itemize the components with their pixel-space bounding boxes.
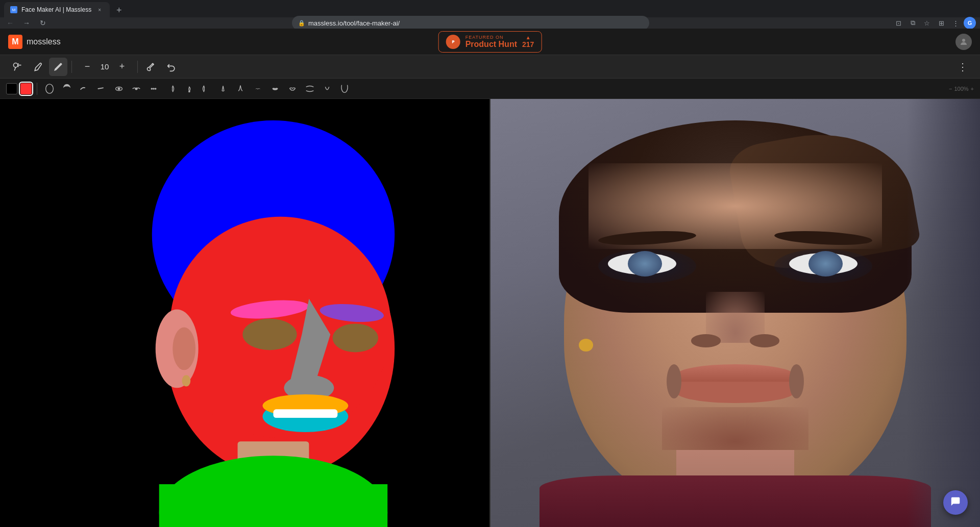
browser-toolbar-icons: ⊡ ⧉ ☆ ⊞ ⋮ G — [892, 17, 976, 29]
svg-point-12 — [188, 90, 190, 92]
extension-icon[interactable]: ⧉ — [906, 17, 919, 29]
pen-tool[interactable] — [29, 58, 47, 76]
eyebrow-arch-part[interactable] — [77, 82, 91, 96]
drawing-toolbar: − 10 + ⋮ — [0, 55, 980, 79]
mossless-logo[interactable]: M mossless — [8, 35, 61, 49]
upvote-arrow: ▲ — [526, 35, 531, 40]
product-hunt-name: Product Hunt — [465, 40, 517, 49]
url-text: massless.io/tool/face-maker-ai/ — [308, 19, 643, 27]
eyebrow-line-part[interactable] — [94, 82, 109, 96]
tab-bar: M Face Maker AI | Massless × + — [0, 0, 980, 17]
hair-top-part[interactable] — [60, 82, 74, 96]
increase-brush-size-button[interactable]: + — [115, 60, 129, 74]
profile-icon[interactable]: ⋮ — [949, 17, 962, 29]
face-horizontal-part[interactable] — [303, 82, 317, 96]
brush-size-value: 10 — [99, 62, 111, 71]
svg-point-9 — [151, 88, 153, 90]
undo-button[interactable] — [162, 58, 181, 76]
main-content — [0, 99, 980, 527]
forward-button[interactable]: → — [20, 17, 33, 29]
back-button[interactable]: ← — [4, 17, 16, 29]
bookmark-icon[interactable]: ☆ — [921, 17, 933, 29]
chat-button[interactable] — [943, 490, 968, 515]
svg-point-10 — [153, 88, 155, 90]
browser-toolbar: ← → ↻ 🔒 massless.io/tool/face-maker-ai/ … — [0, 17, 980, 29]
product-hunt-text: FEATURED ON Product Hunt — [465, 35, 517, 49]
tab-favicon: M — [10, 6, 17, 13]
svg-point-2 — [14, 63, 18, 67]
zoom-minus[interactable]: − — [949, 86, 952, 92]
brush-size-control: − 10 + — [76, 60, 133, 74]
svg-line-3 — [55, 63, 61, 70]
airbrush-tool[interactable] — [8, 58, 27, 76]
zoom-plus[interactable]: + — [971, 86, 974, 92]
ai-generated-face — [491, 99, 980, 527]
nose-side-part[interactable] — [233, 82, 248, 96]
generated-face-canvas — [491, 99, 980, 527]
user-profile-button[interactable]: G — [964, 17, 976, 29]
app-header: M mossless FEATURED ON Product Hunt ▲ 21… — [0, 29, 980, 55]
face-outline-part[interactable] — [42, 82, 57, 96]
active-tab[interactable]: M Face Maker AI | Massless × — [4, 2, 110, 17]
svg-rect-19 — [159, 484, 387, 527]
product-hunt-icon — [446, 35, 460, 49]
zoom-level: 100% — [954, 86, 968, 92]
svg-point-8 — [135, 88, 137, 90]
nose-button-part[interactable] — [216, 82, 230, 96]
svg-point-7 — [118, 88, 120, 90]
svg-rect-29 — [273, 409, 337, 418]
jaw-outline-part[interactable] — [337, 82, 352, 96]
svg-point-30 — [173, 327, 195, 370]
toolbar-separator-1 — [71, 61, 72, 73]
product-hunt-badge[interactable]: FEATURED ON Product Hunt ▲ 217 — [438, 31, 542, 53]
svg-line-5 — [98, 88, 104, 89]
black-swatch[interactable] — [6, 83, 17, 94]
header-right — [955, 34, 972, 50]
chat-icon — [950, 496, 961, 510]
lips-upper-part[interactable] — [251, 82, 265, 96]
new-tab-button[interactable]: + — [112, 3, 126, 17]
decrease-brush-size-button[interactable]: − — [80, 60, 94, 74]
extension2-icon[interactable]: ⊞ — [935, 17, 947, 29]
user-avatar[interactable] — [955, 34, 972, 50]
ear-lobe-part[interactable] — [181, 82, 195, 96]
svg-point-4 — [46, 84, 54, 93]
reload-button[interactable]: ↻ — [37, 17, 49, 29]
product-hunt-count: ▲ 217 — [522, 35, 534, 48]
vote-count: 217 — [522, 40, 534, 48]
svg-point-31 — [182, 375, 190, 386]
browser-chrome: M Face Maker AI | Massless × + ← → ↻ 🔒 m… — [0, 0, 980, 29]
eye-half-part[interactable] — [129, 82, 143, 96]
face-drawing-svg — [0, 99, 489, 527]
lock-icon: 🔒 — [298, 20, 305, 27]
logo-text: mossless — [27, 37, 61, 46]
eye-open-part[interactable] — [112, 82, 126, 96]
address-bar[interactable]: 🔒 massless.io/tool/face-maker-ai/ — [292, 16, 649, 30]
ear-left-part[interactable] — [199, 82, 213, 96]
tab-close-button[interactable]: × — [95, 6, 104, 14]
drawing-canvas[interactable] — [0, 99, 491, 527]
chin-drop-part[interactable] — [320, 82, 334, 96]
header-center: FEATURED ON Product Hunt ▲ 217 — [438, 31, 542, 53]
logo-mark: M — [8, 35, 22, 49]
color-toolbar: − 100% + — [0, 79, 980, 99]
tab-title: Face Maker AI | Massless — [21, 6, 91, 13]
svg-point-11 — [155, 88, 157, 90]
cast-icon[interactable]: ⊡ — [892, 17, 904, 29]
lips-full-part[interactable] — [268, 82, 282, 96]
lips-smile-part[interactable] — [285, 82, 300, 96]
featured-label: FEATURED ON — [465, 35, 517, 40]
more-options-button[interactable]: ⋮ — [953, 58, 972, 76]
app-container: M mossless FEATURED ON Product Hunt ▲ 21… — [0, 29, 980, 527]
toolbar-separator-2 — [137, 61, 138, 73]
fill-tool[interactable] — [142, 58, 160, 76]
pencil-tool[interactable] — [49, 58, 67, 76]
eye-dots-part[interactable] — [146, 82, 161, 96]
ear-right-part[interactable] — [164, 82, 178, 96]
svg-point-23 — [242, 319, 297, 350]
svg-point-1 — [962, 39, 965, 42]
color-separator — [37, 83, 37, 95]
svg-point-24 — [332, 323, 378, 352]
red-swatch[interactable] — [20, 83, 32, 94]
